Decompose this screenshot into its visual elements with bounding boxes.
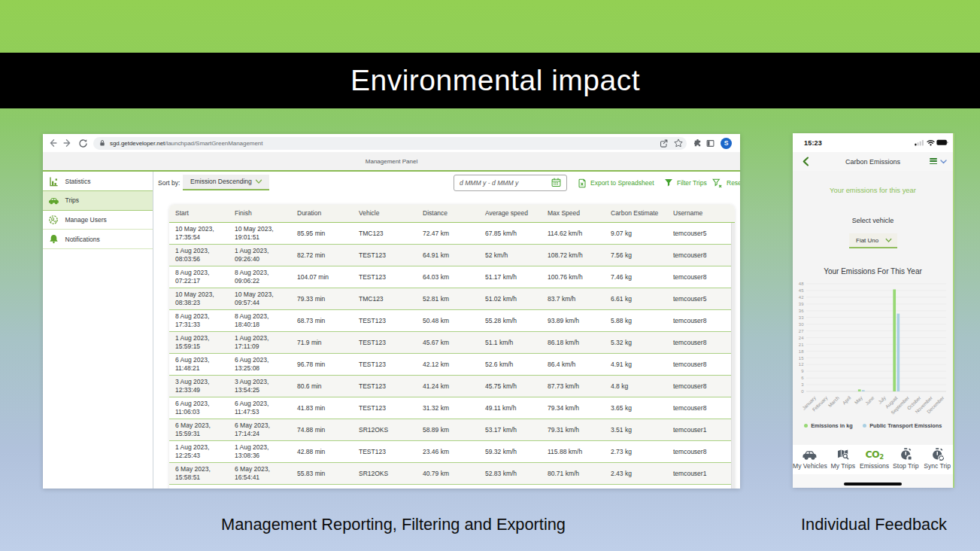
forward-button[interactable] xyxy=(62,137,74,149)
table-row: 8 Aug 2023, 17:31:338 Aug 2023, 18:40:18… xyxy=(169,310,735,332)
table-cell: 58.89 km xyxy=(423,426,485,434)
table-cell: 71.9 min xyxy=(297,339,359,346)
table-cell: 79.31 km/h xyxy=(548,426,611,434)
menu-hamburger-icon[interactable] xyxy=(930,158,938,165)
extensions-puzzle-icon[interactable] xyxy=(691,137,703,149)
table-cell: temcouser5 xyxy=(673,230,735,237)
table-cell: 7.46 kg xyxy=(611,273,673,281)
bell-icon xyxy=(48,234,59,245)
y-tick-label: 39 xyxy=(799,302,804,306)
sidebar-item-manage-users[interactable]: Manage Users xyxy=(43,211,153,230)
chevron-down-icon xyxy=(885,238,892,243)
home-indicator[interactable] xyxy=(844,483,902,486)
sidebar-item-trips[interactable]: Trips xyxy=(43,191,153,211)
y-tick-label: 30 xyxy=(799,322,804,327)
table-cell: 10 May 2023, 17:35:54 xyxy=(175,225,235,241)
tab-label: Stop Trip xyxy=(893,462,918,470)
filter-icon xyxy=(664,178,673,187)
table-cell: 79.34 km/h xyxy=(548,404,611,412)
table-row: 1 Aug 2023, 08:03:561 Aug 2023, 09:26:40… xyxy=(169,245,735,266)
address-bar[interactable]: sgd.getdeveloper.net/launchpad/SmartGree… xyxy=(93,137,687,150)
table-cell: 41.24 km xyxy=(423,382,485,390)
table-column-header: Distance xyxy=(423,209,485,217)
table-cell: 68.73 min xyxy=(297,317,359,324)
sort-by-label: Sort by: xyxy=(158,172,180,194)
table-cell: temcouser8 xyxy=(673,339,735,346)
table-cell: 40.79 km xyxy=(423,470,485,477)
y-tick-label: 36 xyxy=(799,309,804,313)
tab-label: My Vehicles xyxy=(793,462,827,470)
title-banner: Environmental impact xyxy=(0,53,980,108)
x-tick-label: May xyxy=(853,394,864,406)
side-panel-icon[interactable] xyxy=(704,137,716,149)
bookmark-star-icon[interactable] xyxy=(672,137,684,149)
co2-icon: CO2 xyxy=(865,447,883,461)
table-cell: 6 May 2023, 15:59:31 xyxy=(175,422,235,437)
table-cell: temcouser8 xyxy=(673,361,735,368)
x-tick-label: June xyxy=(864,394,875,406)
table-row: 10 May 2023, 08:38:2310 May 2023, 09:57:… xyxy=(169,288,735,310)
y-tick-label: 48 xyxy=(799,282,804,286)
export-spreadsheet-button[interactable]: Export to Spreadsheet xyxy=(578,172,654,194)
emissions-heading: Your emissions for this year xyxy=(793,186,953,194)
table-cell: 51.1 km/h xyxy=(485,339,548,346)
table-scrollbar[interactable] xyxy=(731,223,735,489)
caption-left: Management Reporting, Filtering and Expo… xyxy=(221,515,566,534)
reset-filters-button[interactable]: Rese xyxy=(712,172,740,194)
table-cell: temcouser8 xyxy=(673,251,735,259)
table-cell: TEST123 xyxy=(359,339,423,346)
export-label: Export to Spreadsheet xyxy=(590,179,654,187)
chevron-down-icon xyxy=(255,179,262,184)
sort-select[interactable]: Emission Descending xyxy=(183,175,269,190)
tab-sync-trip[interactable]: Sync Trip xyxy=(921,445,953,474)
table-cell: temcouser8 xyxy=(673,317,735,324)
legend-item-emissions: Emissions in kg xyxy=(804,422,853,429)
vehicle-dropdown[interactable]: Fiat Uno xyxy=(849,233,897,248)
sidebar-item-label: Trips xyxy=(65,196,80,204)
date-range-input[interactable]: d MMM y - d MMM y xyxy=(454,175,567,191)
table-cell: 45.75 km/h xyxy=(485,382,548,390)
y-tick-label: 42 xyxy=(799,295,804,300)
tab-my-vehicles[interactable]: My Vehicles xyxy=(793,445,827,474)
table-cell: 10 May 2023, 08:38:23 xyxy=(175,291,235,306)
tab-my-trips[interactable]: My Trips xyxy=(827,445,859,474)
sidebar-item-notifications[interactable]: Notifications xyxy=(43,230,153,249)
y-tick-label: 3 xyxy=(801,382,804,387)
chart-title: Your Emissions For This Year xyxy=(793,267,953,276)
table-cell: 6 Aug 2023, 11:47:53 xyxy=(235,400,297,416)
wifi-icon xyxy=(927,139,935,146)
table-cell: 3 Aug 2023, 13:54:25 xyxy=(235,378,297,394)
stopwatch-sync-icon xyxy=(931,447,944,461)
back-chevron-icon[interactable] xyxy=(801,157,810,166)
table-cell: temcouser8 xyxy=(673,273,735,281)
back-button[interactable] xyxy=(47,137,59,149)
sidebar-item-statistics[interactable]: Statistics xyxy=(43,172,153,192)
table-cell: 51.17 km/h xyxy=(485,273,548,281)
legend-dot-blue xyxy=(863,424,867,428)
tab-emissions[interactable]: CO2 Emissions xyxy=(859,445,890,474)
chart-legend: Emissions in kg Public Transport Emissio… xyxy=(793,422,953,429)
table-cell: 31.32 km xyxy=(423,404,485,412)
table-cell: 9.07 kg xyxy=(611,230,673,237)
table-cell: 114.62 km/h xyxy=(548,230,611,237)
filter-trips-button[interactable]: Filter Trips xyxy=(664,172,707,194)
table-cell: 52.6 km/h xyxy=(485,361,548,368)
sidebar-item-label: Notifications xyxy=(65,236,100,243)
reload-button[interactable] xyxy=(77,137,89,149)
table-column-header: Vehicle xyxy=(359,209,423,217)
emissions-bar-chart: 036912151821242730333639424548JanuaryFeb… xyxy=(793,279,952,422)
profile-avatar[interactable]: S xyxy=(721,138,732,149)
table-cell: 67.85 km/h xyxy=(485,230,548,237)
browser-toolbar: sgd.getdeveloper.net/launchpad/SmartGree… xyxy=(43,134,740,152)
table-cell: 2.73 kg xyxy=(611,448,673,455)
bar-emissions xyxy=(858,389,861,391)
table-cell: 59.32 km/h xyxy=(485,448,548,455)
tab-stop-trip[interactable]: Stop Trip xyxy=(890,445,921,474)
share-icon[interactable] xyxy=(657,137,669,149)
table-row: 6 Aug 2023, 11:48:216 Aug 2023, 13:25:08… xyxy=(169,354,735,376)
phone-screenshot: 15:23 Carbon Emissions Your emissions fo… xyxy=(793,133,953,488)
table-cell: temcouser8 xyxy=(673,382,735,390)
menu-chevron-down-icon[interactable] xyxy=(940,160,947,164)
filter-reset-icon xyxy=(712,178,723,188)
table-cell: 104.07 min xyxy=(297,273,359,281)
